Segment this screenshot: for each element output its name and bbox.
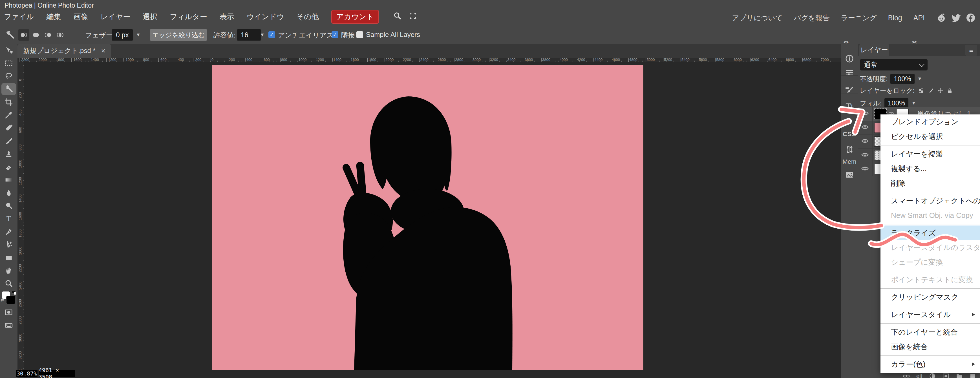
layer-visibility-cell[interactable] [858,121,873,135]
menubar-item-2[interactable]: 画像 [73,12,88,22]
tolerance-dropdown-icon[interactable]: ▼ [260,32,265,38]
menubar-item-1[interactable]: 編集 [46,12,61,22]
facebook-icon[interactable] [965,13,976,23]
opacity-dropdown-icon[interactable]: ▼ [917,76,922,82]
document-tab[interactable]: 新規プロジェクト.psd * × [18,44,111,58]
eye-icon[interactable] [861,109,869,119]
lock-transparency-icon[interactable] [917,87,925,94]
color-swatches[interactable]: ⇄ [0,290,18,306]
context-menu-item-3[interactable]: 複製する... [880,161,980,176]
menubar-item-3[interactable]: レイヤー [100,12,130,22]
path-select-tool[interactable] [0,238,18,251]
measure-panel-icon[interactable] [841,145,858,154]
layer-visibility-cell[interactable] [858,162,873,176]
crop-tool[interactable] [0,95,18,108]
search-icon[interactable] [393,11,401,22]
context-menu-item-7[interactable]: ラスタライズ [880,226,980,240]
canvas[interactable] [212,65,643,370]
clone-stamp-tool[interactable] [0,148,18,160]
character-panel-icon[interactable]: Tt [841,101,858,111]
context-menu-item-4[interactable]: 削除 [880,176,980,191]
hand-tool[interactable] [0,264,18,277]
antialias-checkbox[interactable]: ✓ [269,31,275,38]
lasso-tool[interactable] [0,70,18,83]
eraser-tool[interactable] [0,160,18,173]
contiguous-checkbox[interactable]: ✓ [332,31,338,38]
rect-select-tool[interactable] [0,57,18,70]
tolerance-input[interactable]: 16 [237,29,261,41]
magic-wand-tool[interactable] [0,83,18,95]
menubar-item-7[interactable]: ウインドウ [247,12,284,22]
reddit-icon[interactable] [936,13,947,23]
context-menu-item-11[interactable]: クリッピングマスク [880,290,980,305]
zoom-tool[interactable] [0,277,18,290]
layer-visibility-cell[interactable] [858,107,873,121]
tab-layers[interactable]: レイヤー [859,44,889,56]
layer-visibility-cell[interactable] [858,149,873,162]
feather-dropdown-icon[interactable]: ▼ [136,32,141,38]
context-menu-item-5[interactable]: スマートオブジェクトへの変換 [880,193,980,208]
lock-all-icon[interactable] [946,87,953,94]
background-color-swatch[interactable] [6,296,15,304]
context-menu-item-14[interactable]: 画像を統合 [880,339,980,354]
eyedropper-tool[interactable] [0,108,18,121]
info-panel-icon[interactable] [841,54,858,64]
topbar-link-1[interactable]: バグを報告 [794,13,830,22]
quickmask-tool[interactable] [0,306,18,319]
context-menu-item-13[interactable]: 下のレイヤーと統合 [880,325,980,339]
intersect-selection-button[interactable] [54,29,66,41]
pen-tool[interactable] [0,225,18,238]
swap-colors-icon[interactable]: ⇄ [0,297,4,302]
sample-all-layers-checkbox[interactable]: ✓ [356,31,363,38]
gradient-tool[interactable] [0,173,18,186]
topbar-link-2[interactable]: ラーニング [841,13,877,22]
menubar-item-0[interactable]: ファイル [4,12,34,22]
zoom-level[interactable]: 30.87% [16,370,38,377]
blur-tool[interactable] [0,186,18,199]
fill-dropdown-icon[interactable]: ▼ [911,100,916,106]
menubar-item-6[interactable]: 表示 [220,12,234,22]
context-menu-item-15[interactable]: カラー(色) [880,357,980,372]
reset-colors-icon[interactable] [12,291,16,295]
dodge-tool[interactable] [0,199,18,212]
context-menu-item-12[interactable]: レイヤースタイル [880,307,980,322]
add-selection-button[interactable] [30,29,41,41]
keyboard-tool[interactable] [0,319,18,332]
topbar-link-0[interactable]: アプリについて [732,13,783,22]
brush-tool[interactable] [0,135,18,148]
rect-shape-tool[interactable] [0,251,18,264]
lock-paint-icon[interactable] [927,87,934,94]
subtract-selection-button[interactable] [42,29,54,41]
image-panel-icon[interactable] [841,170,858,179]
brush-settings-panel-icon[interactable] [841,85,858,94]
context-menu-item-2[interactable]: レイヤーを複製 [880,146,980,161]
eye-icon[interactable] [861,137,869,146]
layers-panel-menu-icon[interactable]: ≡ [965,44,978,56]
eye-icon[interactable] [861,123,869,132]
feather-input[interactable]: 0 px [111,29,133,41]
menubar-item-8[interactable]: その他 [297,12,319,22]
lock-position-icon[interactable] [937,87,944,94]
eye-icon[interactable] [861,164,869,174]
topbar-link-4[interactable]: API [913,14,925,22]
new-selection-button[interactable] [18,29,29,41]
eye-icon[interactable] [861,151,869,160]
spot-heal-tool[interactable] [0,121,18,135]
css-panel-icon[interactable]: CSS [841,130,858,138]
twitter-icon[interactable] [951,13,961,23]
menubar-item-4[interactable]: 選択 [143,12,158,22]
opacity-input[interactable]: 100% [890,74,914,84]
memory-panel-icon[interactable]: Mem [841,158,858,165]
tab-close-icon[interactable]: × [101,46,105,55]
blend-mode-select[interactable]: 通常 [860,59,928,70]
fill-input[interactable]: 100% [885,98,908,108]
move-tool[interactable] [0,44,18,57]
type-tool[interactable]: T [0,212,18,225]
context-menu-item-0[interactable]: ブレンドオプション [880,114,980,129]
layer-visibility-cell[interactable] [858,135,873,148]
topbar-link-3[interactable]: Blog [888,14,902,22]
expand-sidebar-icon[interactable]: <> [843,40,848,45]
fullscreen-icon[interactable] [409,12,417,22]
account-button[interactable]: アカウント [331,10,379,24]
menubar-item-5[interactable]: フィルター [170,12,207,22]
